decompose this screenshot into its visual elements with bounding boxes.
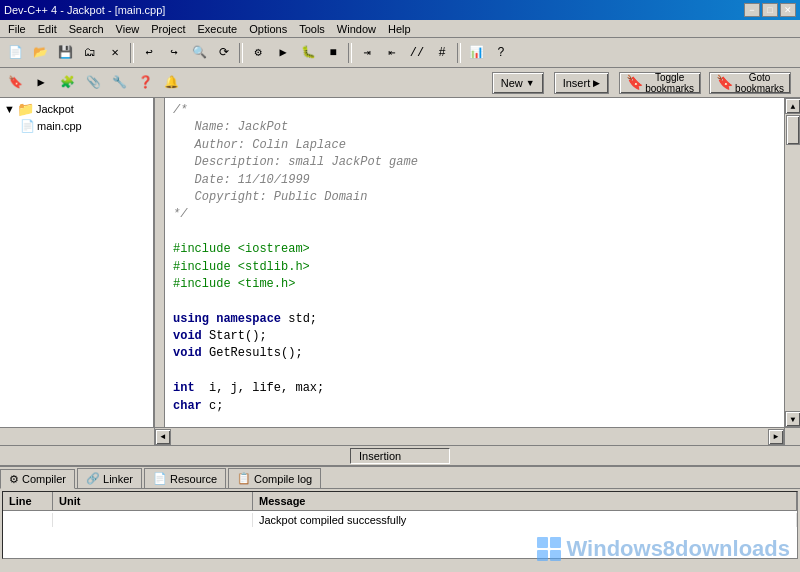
new-button[interactable]: New ▼	[492, 72, 544, 94]
tb2-btn2[interactable]: ▶	[29, 72, 53, 94]
tb-save-button[interactable]: 💾	[53, 42, 77, 64]
statusbar: Insertion	[0, 445, 800, 465]
scroll-thumb[interactable]	[786, 115, 800, 145]
th-unit: Unit	[53, 492, 253, 510]
cell-message: Jackpot compiled successfully	[253, 513, 797, 527]
code-content[interactable]: /* Name: JackPot Author: Colin Laplace D…	[165, 98, 784, 427]
tb-close-button[interactable]: ✕	[103, 42, 127, 64]
menu-item-execute[interactable]: Execute	[191, 22, 243, 36]
menu-item-project[interactable]: Project	[145, 22, 191, 36]
tb-undo-button[interactable]: ↩	[137, 42, 161, 64]
hscroll-bar[interactable]: ◄ ►	[155, 428, 784, 445]
hscroll-left-button[interactable]: ◄	[155, 429, 171, 445]
tb-comment-button[interactable]: //	[405, 42, 429, 64]
table-row: Jackpot compiled successfully	[3, 513, 797, 527]
bottom-tab-compiler[interactable]: ⚙Compiler	[0, 469, 75, 489]
menu-item-tools[interactable]: Tools	[293, 22, 331, 36]
tb-redo-button[interactable]: ↪	[162, 42, 186, 64]
tb-replace-button[interactable]: ⟳	[212, 42, 236, 64]
scroll-track[interactable]	[785, 114, 800, 411]
titlebar: Dev-C++ 4 - Jackpot - [main.cpp] − □ ✕	[0, 0, 800, 20]
cell-line	[3, 513, 53, 527]
status-mode: Insertion	[350, 448, 450, 464]
toggle-bookmark-icon: 🔖	[626, 75, 643, 90]
tb-find-button[interactable]: 🔍	[187, 42, 211, 64]
tb-uncomment-button[interactable]: #	[430, 42, 454, 64]
bottom-content: LineUnitMessage Jackpot compiled success…	[2, 491, 798, 559]
scroll-up-button[interactable]: ▲	[785, 98, 800, 114]
code-gutter	[155, 98, 165, 427]
tb-profile-button[interactable]: 📊	[464, 42, 488, 64]
maximize-button[interactable]: □	[762, 3, 778, 17]
sep2	[239, 43, 243, 63]
th-line: Line	[3, 492, 53, 510]
tb-run-button[interactable]: ▶	[271, 42, 295, 64]
insert-label: Insert	[563, 77, 591, 89]
main-area: ▼ 📁 Jackpot 📄 main.cpp /* Name: JackPot …	[0, 98, 800, 427]
goto-bookmark-icon: 🔖	[716, 75, 733, 90]
expand-icon: ▼	[4, 103, 15, 115]
tb-stop-button[interactable]: ■	[321, 42, 345, 64]
tb2-btn7[interactable]: 🔔	[159, 72, 183, 94]
toggle-bookmarks-button[interactable]: 🔖 Toggle bookmarks	[619, 72, 701, 94]
toggle-bookmarks-label: Toggle bookmarks	[645, 72, 694, 94]
bottom-tab-linker[interactable]: 🔗Linker	[77, 468, 142, 488]
tab-icon: 📋	[237, 472, 251, 485]
menu-item-search[interactable]: Search	[63, 22, 110, 36]
vertical-scrollbar[interactable]: ▲ ▼	[784, 98, 800, 427]
file-tree: ▼ 📁 Jackpot 📄 main.cpp	[0, 98, 155, 427]
menu-item-options[interactable]: Options	[243, 22, 293, 36]
tb-compile-button[interactable]: ⚙	[246, 42, 270, 64]
bottom-rows: Jackpot compiled successfully	[3, 511, 797, 529]
tree-project[interactable]: ▼ 📁 Jackpot	[2, 100, 151, 118]
bottom-tab-resource[interactable]: 📄Resource	[144, 468, 226, 488]
menu-item-help[interactable]: Help	[382, 22, 417, 36]
tb2-btn4[interactable]: 📎	[81, 72, 105, 94]
sep1	[130, 43, 134, 63]
tab-label: Linker	[103, 473, 133, 485]
hscroll-area: ◄ ►	[0, 427, 800, 445]
tree-file-main[interactable]: 📄 main.cpp	[2, 118, 151, 134]
tb-indent-button[interactable]: ⇥	[355, 42, 379, 64]
file-icon: 📄	[20, 119, 35, 133]
tb-saveall-button[interactable]: 🗂	[78, 42, 102, 64]
insert-button[interactable]: Insert ▶	[554, 72, 610, 94]
file-name: main.cpp	[37, 120, 82, 132]
minimize-button[interactable]: −	[744, 3, 760, 17]
cell-unit	[53, 513, 253, 527]
title-text: Dev-C++ 4 - Jackpot - [main.cpp]	[4, 4, 165, 16]
tab-icon: ⚙	[9, 473, 19, 486]
code-area[interactable]: /* Name: JackPot Author: Colin Laplace D…	[155, 98, 800, 427]
project-icon: 📁	[17, 101, 34, 117]
hscroll-left	[0, 428, 155, 445]
hscroll-right-button[interactable]: ►	[768, 429, 784, 445]
goto-bookmarks-button[interactable]: 🔖 Goto bookmarks	[709, 72, 791, 94]
tab-label: Resource	[170, 473, 217, 485]
sep4	[457, 43, 461, 63]
menu-item-view[interactable]: View	[110, 22, 146, 36]
tb-open-button[interactable]: 📂	[28, 42, 52, 64]
tab-label: Compile log	[254, 473, 312, 485]
tab-icon: 🔗	[86, 472, 100, 485]
scroll-down-button[interactable]: ▼	[785, 411, 800, 427]
bottom-tabs: ⚙Compiler🔗Linker📄Resource📋Compile log	[0, 467, 800, 489]
tb2-btn6[interactable]: ❓	[133, 72, 157, 94]
bottom-tab-compile-log[interactable]: 📋Compile log	[228, 468, 321, 488]
toolbar1: 📄 📂 💾 🗂 ✕ ↩ ↪ 🔍 ⟳ ⚙ ▶ 🐛 ■ ⇥ ⇤ // # 📊 ?	[0, 38, 800, 68]
bottom-panel: ⚙Compiler🔗Linker📄Resource📋Compile log Li…	[0, 465, 800, 560]
tab-label: Compiler	[22, 473, 66, 485]
menu-item-edit[interactable]: Edit	[32, 22, 63, 36]
tb-new-button[interactable]: 📄	[3, 42, 27, 64]
insert-arrow-icon: ▶	[593, 78, 600, 88]
menu-item-file[interactable]: File	[2, 22, 32, 36]
tb-debug-button[interactable]: 🐛	[296, 42, 320, 64]
goto-bookmarks-label: Goto bookmarks	[735, 72, 784, 94]
menu-item-window[interactable]: Window	[331, 22, 382, 36]
tb2-btn3[interactable]: 🧩	[55, 72, 79, 94]
tb-unindent-button[interactable]: ⇤	[380, 42, 404, 64]
tb-help-button[interactable]: ?	[489, 42, 513, 64]
tb2-btn1[interactable]: 🔖	[3, 72, 27, 94]
toolbar2: 🔖 ▶ 🧩 📎 🔧 ❓ 🔔 New ▼ Insert ▶ 🔖 Toggle bo…	[0, 68, 800, 98]
tb2-btn5[interactable]: 🔧	[107, 72, 131, 94]
close-button[interactable]: ✕	[780, 3, 796, 17]
